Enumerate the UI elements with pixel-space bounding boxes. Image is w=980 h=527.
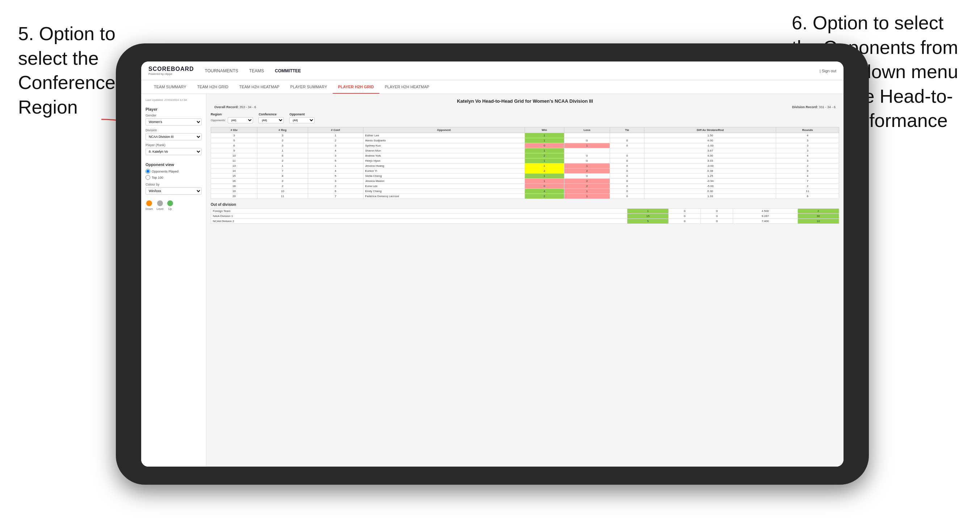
td-ood-name: Foreign Team xyxy=(211,209,627,214)
td-ood-tie: 0 xyxy=(701,209,733,214)
td-opponent: Emily Chang xyxy=(363,189,525,194)
td-reg: 1 xyxy=(258,163,308,168)
th-loss: Loss xyxy=(564,127,610,133)
td-reg: 6 xyxy=(258,153,308,159)
td-div: 9 xyxy=(211,148,258,153)
table-row: 16 2 3 Jessica Mason 1 2 0 -0.94 7 xyxy=(211,179,839,184)
dot-down xyxy=(146,200,152,206)
td-win: 0 xyxy=(525,143,564,148)
td-win: 1 xyxy=(525,179,564,184)
opponent-select[interactable]: (All) xyxy=(289,117,315,123)
td-conf: 1 xyxy=(308,133,363,138)
td-diff: 4.00 xyxy=(644,153,776,159)
out-of-division-header: Out of division xyxy=(211,203,839,206)
td-ood-diff: 4.500 xyxy=(733,209,797,214)
td-diff: -1.00 xyxy=(644,143,776,148)
conference-select[interactable]: (All) xyxy=(258,117,284,123)
opponent-view-title: Opponent view xyxy=(146,162,202,167)
td-tie: 0 xyxy=(610,194,644,199)
region-select[interactable]: (All) xyxy=(228,117,253,123)
td-loss: 2 xyxy=(564,168,610,174)
table-row: 10 6 3 Andrea York 2 0 0 4.00 4 xyxy=(211,153,839,159)
td-tie: 0 xyxy=(610,179,644,184)
th-div: # Div xyxy=(211,127,258,133)
td-div: 15 xyxy=(211,174,258,179)
td-diff: 1.33 xyxy=(644,194,776,199)
td-ood-win: 5 xyxy=(627,219,668,224)
td-conf: 5 xyxy=(308,159,363,163)
td-reg: 10 xyxy=(258,189,308,194)
tablet-shell: SCOREBOARD Powered by clippd TOURNAMENTS… xyxy=(116,43,869,485)
td-conf: 6 xyxy=(308,189,363,194)
sub-nav: TEAM SUMMARY TEAM H2H GRID TEAM H2H HEAT… xyxy=(141,80,843,94)
subnav-team-h2h-heatmap[interactable]: TEAM H2H HEATMAP xyxy=(234,81,285,94)
td-ood-diff: 7.400 xyxy=(733,219,797,224)
ood-table-row: NAIA Division 1 15 0 0 9.267 30 xyxy=(211,214,839,219)
player-rank-select[interactable]: 8. Katelyn Vo xyxy=(146,148,202,155)
dot-up xyxy=(167,200,173,206)
td-opponent: Andrea York xyxy=(363,153,525,159)
last-updated: Last Updated: 27/03/2024 12:34 xyxy=(146,98,202,102)
subnav-player-h2h-heatmap[interactable]: PLAYER H2H HEATMAP xyxy=(379,81,435,94)
th-reg: # Reg xyxy=(258,127,308,133)
page-title: Katelyn Vo Head-to-Head Grid for Women's… xyxy=(211,98,839,104)
app-nav: SCOREBOARD Powered by clippd TOURNAMENTS… xyxy=(141,62,843,80)
td-reg: 8 xyxy=(258,174,308,179)
nav-committee[interactable]: COMMITTEE xyxy=(275,67,301,75)
subnav-team-h2h-grid[interactable]: TEAM H2H GRID xyxy=(192,81,234,94)
nav-tournaments[interactable]: TOURNAMENTS xyxy=(205,67,238,75)
td-conf: 2 xyxy=(308,184,363,189)
td-tie: 0 xyxy=(610,189,644,194)
filter-opp-title: Opponent xyxy=(289,113,315,116)
data-table: # Div # Reg # Conf Opponent Win Loss Tie… xyxy=(211,127,839,199)
td-diff: -0.94 xyxy=(644,179,776,184)
td-tie: 0 xyxy=(610,143,644,148)
gender-select[interactable]: Women's xyxy=(146,118,202,125)
td-opponent: Heejo Hyun xyxy=(363,159,525,163)
table-row: 9 1 4 Sharon Mun 1 3.67 3 xyxy=(211,148,839,153)
td-tie: 0 xyxy=(610,184,644,189)
table-row: 3 3 1 Esther Lee 1 1.50 4 xyxy=(211,133,839,138)
th-tie: Tie xyxy=(610,127,644,133)
nav-teams[interactable]: TEAMS xyxy=(249,67,264,75)
division-label: Division xyxy=(146,129,202,132)
td-opponent: Sharon Mun xyxy=(363,148,525,153)
td-tie: 0 xyxy=(610,168,644,174)
nav-sign-out[interactable]: | Sign out xyxy=(819,69,836,73)
td-opponent: Sydney Kuo xyxy=(363,143,525,148)
td-ood-rounds: 2 xyxy=(797,209,839,214)
td-rounds: 3 xyxy=(776,143,839,148)
th-rounds: Rounds xyxy=(776,127,839,133)
td-reg: 7 xyxy=(258,168,308,174)
td-rounds: 7 xyxy=(776,179,839,184)
ood-table-row: NCAA Division 2 5 0 0 7.400 10 xyxy=(211,219,839,224)
td-tie xyxy=(610,148,644,153)
td-loss: 2 xyxy=(564,184,610,189)
td-diff: 0.38 xyxy=(644,168,776,174)
td-div: 10 xyxy=(211,153,258,159)
dot-level xyxy=(157,200,163,206)
td-diff: 0.30 xyxy=(644,189,776,194)
division-record: Division Record: 331 - 34 - 6 xyxy=(792,105,835,109)
td-ood-win: 15 xyxy=(627,214,668,219)
radio-top100[interactable]: Top 100 xyxy=(146,175,202,180)
radio-opponents-played[interactable]: Opponents Played xyxy=(146,169,202,174)
division-select[interactable]: NCAA Division III xyxy=(146,133,202,140)
td-diff: -3.00 xyxy=(644,163,776,168)
td-opponent: Eunice Yi xyxy=(363,168,525,174)
td-conf: 7 xyxy=(308,194,363,199)
th-opponent: Opponent xyxy=(363,127,525,133)
td-loss: 1 xyxy=(564,194,610,199)
th-conf: # Conf xyxy=(308,127,363,133)
td-div: 19 xyxy=(211,189,258,194)
td-conf: 1 xyxy=(308,163,363,168)
filter-row: Region Opponents: (All) Conference (All) xyxy=(211,113,839,123)
td-diff: 3.67 xyxy=(644,148,776,153)
subnav-player-h2h-grid[interactable]: PLAYER H2H GRID xyxy=(333,81,379,94)
td-diff: 3.33 xyxy=(644,159,776,163)
td-rounds: 3 xyxy=(776,148,839,153)
td-win: 2 xyxy=(525,194,564,199)
colour-by-select[interactable]: Win/loss xyxy=(146,187,202,195)
subnav-player-summary[interactable]: PLAYER SUMMARY xyxy=(285,81,333,94)
subnav-team-summary[interactable]: TEAM SUMMARY xyxy=(148,81,192,94)
